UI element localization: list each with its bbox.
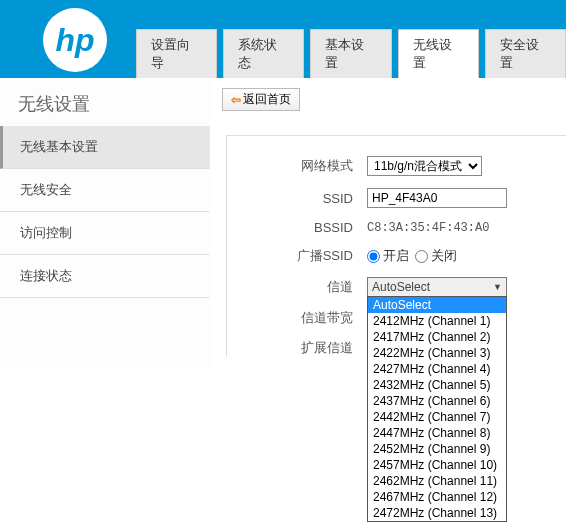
sidebar-title: 无线设置 <box>0 78 210 126</box>
back-arrow-icon: ⇦ <box>231 93 241 107</box>
ssid-input[interactable] <box>367 188 507 208</box>
tab-无线设置[interactable]: 无线设置 <box>398 29 479 78</box>
tab-设置向导[interactable]: 设置向导 <box>136 29 217 78</box>
label-network-mode: 网络模式 <box>247 157 367 175</box>
tab-基本设置[interactable]: 基本设置 <box>310 29 391 78</box>
channel-option[interactable]: 2472MHz (Channel 13) <box>368 505 506 521</box>
broadcast-on-radio[interactable] <box>367 250 380 263</box>
network-mode-select[interactable]: 11b/g/n混合模式 <box>367 156 482 176</box>
label-bssid: BSSID <box>247 220 367 235</box>
sidebar-item-访问控制[interactable]: 访问控制 <box>0 212 210 255</box>
channel-option[interactable]: 2437MHz (Channel 6) <box>368 393 506 409</box>
row-ssid: SSID <box>227 188 566 208</box>
channel-option[interactable]: 2447MHz (Channel 8) <box>368 425 506 441</box>
row-bssid: BSSID C8:3A:35:4F:43:A0 <box>227 220 566 235</box>
broadcast-on-option[interactable]: 开启 <box>367 247 409 265</box>
bssid-value: C8:3A:35:4F:43:A0 <box>367 221 566 235</box>
channel-select[interactable]: AutoSelect ▼ <box>367 277 507 297</box>
sidebar-item-连接状态[interactable]: 连接状态 <box>0 255 210 298</box>
top-tabs: 设置向导系统状态基本设置无线设置安全设置 <box>136 29 566 78</box>
label-bandwidth: 信道带宽 <box>247 309 367 327</box>
broadcast-off-option[interactable]: 关闭 <box>415 247 457 265</box>
sidebar-item-无线安全[interactable]: 无线安全 <box>0 169 210 212</box>
header-bar: hp 设置向导系统状态基本设置无线设置安全设置 <box>0 0 566 78</box>
chevron-down-icon: ▼ <box>493 282 502 292</box>
label-broadcast: 广播SSID <box>247 247 367 265</box>
channel-option[interactable]: 2432MHz (Channel 5) <box>368 377 506 393</box>
label-ssid: SSID <box>247 191 367 206</box>
sidebar: 无线设置 无线基本设置无线安全访问控制连接状态 <box>0 78 210 369</box>
channel-option[interactable]: 2442MHz (Channel 7) <box>368 409 506 425</box>
row-network-mode: 网络模式 11b/g/n混合模式 <box>227 156 566 176</box>
row-broadcast: 广播SSID 开启 关闭 <box>227 247 566 265</box>
channel-option[interactable]: 2422MHz (Channel 3) <box>368 345 506 361</box>
channel-option[interactable]: 2417MHz (Channel 2) <box>368 329 506 345</box>
tab-安全设置[interactable]: 安全设置 <box>485 29 566 78</box>
back-button[interactable]: ⇦ 返回首页 <box>222 88 300 111</box>
channel-option[interactable]: 2467MHz (Channel 12) <box>368 489 506 505</box>
content-area: 无线设置 无线基本设置无线安全访问控制连接状态 ⇦ 返回首页 网络模式 11b/… <box>0 78 566 369</box>
row-channel: 信道 AutoSelect ▼ AutoSelect2412MHz (Chann… <box>227 277 566 297</box>
channel-option[interactable]: 2412MHz (Channel 1) <box>368 313 506 329</box>
channel-option[interactable]: 2452MHz (Channel 9) <box>368 441 506 457</box>
label-ext-channel: 扩展信道 <box>247 339 367 357</box>
channel-dropdown[interactable]: AutoSelect2412MHz (Channel 1)2417MHz (Ch… <box>367 296 507 522</box>
svg-text:hp: hp <box>55 22 94 58</box>
broadcast-off-radio[interactable] <box>415 250 428 263</box>
channel-select-value: AutoSelect <box>372 280 430 294</box>
sidebar-item-无线基本设置[interactable]: 无线基本设置 <box>0 126 210 169</box>
channel-option[interactable]: 2457MHz (Channel 10) <box>368 457 506 473</box>
main-panel: ⇦ 返回首页 网络模式 11b/g/n混合模式 SSID BSSID <box>210 78 566 369</box>
channel-option[interactable]: 2462MHz (Channel 11) <box>368 473 506 489</box>
channel-option[interactable]: 2427MHz (Channel 4) <box>368 361 506 377</box>
label-channel: 信道 <box>247 278 367 296</box>
back-button-label: 返回首页 <box>243 91 291 108</box>
form-panel: 网络模式 11b/g/n混合模式 SSID BSSID C8:3A:35:4F:… <box>226 135 566 357</box>
channel-option[interactable]: AutoSelect <box>368 297 506 313</box>
tab-系统状态[interactable]: 系统状态 <box>223 29 304 78</box>
hp-logo: hp <box>40 5 110 78</box>
